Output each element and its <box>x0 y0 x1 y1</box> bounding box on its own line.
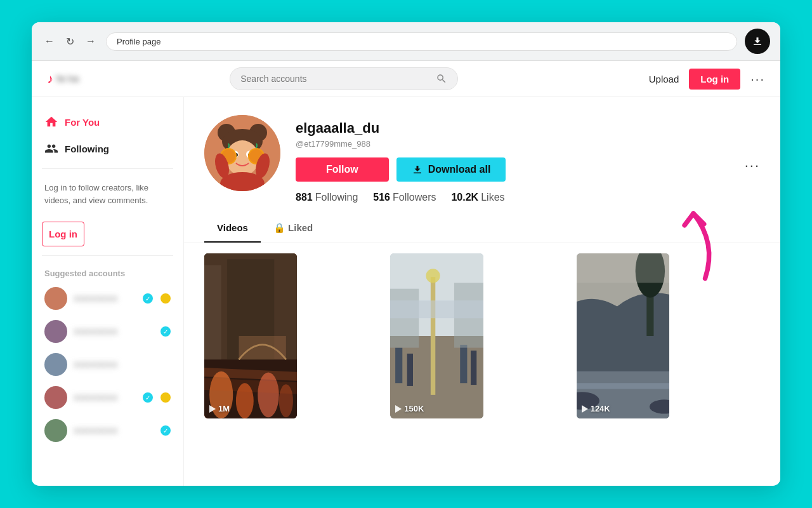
badge-5: ✓ <box>160 425 171 436</box>
download-all-label: Download all <box>428 164 491 175</box>
logo-mark: ♪ <box>47 72 53 86</box>
header-more-button[interactable]: ··· <box>750 72 765 86</box>
search-input[interactable] <box>240 74 431 84</box>
svg-rect-30 <box>431 277 435 395</box>
profile-username: elgaaalla_du <box>296 120 760 137</box>
gold-badge-1 <box>160 293 171 304</box>
suggested-account-3[interactable]: XXXXXXXX <box>32 348 183 381</box>
svg-rect-35 <box>471 351 476 385</box>
play-icon-1 <box>209 405 216 413</box>
video-scene-2 <box>390 253 483 418</box>
browser-nav-buttons: ← ↻ → <box>42 33 98 50</box>
tab-liked[interactable]: 🔒 Liked <box>261 215 325 243</box>
profile-section: elgaaalla_du @et17799mme_988 Follow Down… <box>184 97 780 243</box>
play-icon-3 <box>582 405 588 413</box>
address-bar[interactable]: Profile page <box>106 32 737 51</box>
profile-info: elgaaalla_du @et17799mme_988 Follow Down… <box>296 115 760 215</box>
video-card-1[interactable]: 1M <box>204 253 297 418</box>
suggested-account-5[interactable]: XXXXXXXX ✓ <box>32 414 183 447</box>
gold-badge-4 <box>160 392 171 403</box>
play-icon-2 <box>395 405 402 413</box>
avatar-1 <box>44 287 67 310</box>
followers-stat: 516 Followers <box>373 192 436 203</box>
suggested-account-1[interactable]: XXXXXXXX ✓ <box>32 282 183 315</box>
sidebar-item-for-you[interactable]: For You <box>32 109 183 135</box>
avatar-4 <box>44 386 67 409</box>
svg-rect-34 <box>461 345 468 383</box>
suggested-account-4[interactable]: XXXXXXXX ✓ <box>32 381 183 414</box>
followers-label: Followers <box>393 192 436 203</box>
suggested-section-title: Suggested accounts <box>32 262 183 282</box>
badge-1: ✓ <box>143 293 153 304</box>
video-views-2: 150K <box>404 404 424 413</box>
svg-rect-18 <box>204 265 221 360</box>
video-views-1: 1M <box>218 404 230 413</box>
likes-label: Likes <box>481 192 504 203</box>
video-scene-3 <box>577 253 669 418</box>
download-icon <box>752 36 763 47</box>
app-header: ♪ Tik Tok Upload Log in ··· <box>32 61 780 97</box>
video-card-2[interactable]: 150K <box>390 253 483 418</box>
badge-2: ✓ <box>160 326 171 337</box>
search-bar[interactable] <box>230 67 458 90</box>
main-layout: For You Following Log in to follow creat… <box>32 97 780 486</box>
login-button[interactable]: Log in <box>689 69 740 90</box>
tiktok-logo: ♪ Tik Tok <box>47 72 129 86</box>
profile-more-button[interactable]: ··· <box>745 157 760 174</box>
upload-button[interactable]: Upload <box>649 74 679 84</box>
avatar-3 <box>44 353 67 376</box>
header-actions: Upload Log in ··· <box>649 69 765 90</box>
videos-grid: 1M <box>184 243 780 429</box>
video-views-3: 124K <box>591 404 610 413</box>
video-thumbnail-3 <box>577 253 669 418</box>
sidebar-item-following[interactable]: Following <box>32 135 183 162</box>
sidebar-login-prompt: Log in to follow creators, like videos, … <box>32 175 183 213</box>
tab-videos[interactable]: Videos <box>204 215 261 243</box>
video-overlay-1: 1M <box>209 404 230 413</box>
followers-count: 516 <box>373 192 390 203</box>
avatar-2 <box>44 320 67 343</box>
likes-count: 10.2K <box>451 192 478 203</box>
sidebar-divider-2 <box>42 255 173 256</box>
svg-rect-33 <box>407 354 413 386</box>
sidebar-login-button[interactable]: Log in <box>42 222 84 246</box>
follow-button[interactable]: Follow <box>296 157 389 182</box>
svg-line-25 <box>204 371 297 377</box>
following-stat: 881 Following <box>296 192 358 203</box>
suggested-account-2[interactable]: XXXXXXXX ✓ <box>32 315 183 348</box>
browser-download-button[interactable] <box>745 29 770 54</box>
video-card-3[interactable]: 124K <box>577 253 669 418</box>
profile-handle: @et17799mme_988 <box>296 139 760 149</box>
profile-stats: 881 Following 516 Followers 10.2K Likes <box>296 192 760 203</box>
video-overlay-3: 124K <box>582 404 610 413</box>
sidebar: For You Following Log in to follow creat… <box>32 97 184 486</box>
home-icon <box>44 115 58 129</box>
refresh-button[interactable]: ↻ <box>63 33 77 50</box>
following-count: 881 <box>296 192 313 203</box>
sidebar-divider <box>42 168 173 169</box>
profile-actions: Follow Download all ··· <box>296 157 760 182</box>
video-thumbnail-1 <box>204 253 297 418</box>
suggested-name-1: XXXXXXXX <box>74 294 134 304</box>
tab-liked-label: 🔒 Liked <box>273 222 313 233</box>
suggested-name-5: XXXXXXXX <box>74 426 152 436</box>
sidebar-for-you-label: For You <box>65 117 100 128</box>
avatar-5 <box>44 419 67 442</box>
back-button[interactable]: ← <box>42 33 57 50</box>
address-text: Profile page <box>117 37 160 46</box>
likes-stat: 10.2K Likes <box>451 192 504 203</box>
svg-rect-38 <box>390 300 483 318</box>
svg-point-31 <box>426 269 440 283</box>
suggested-name-3: XXXXXXXX <box>74 360 171 370</box>
svg-rect-44 <box>577 383 669 389</box>
video-thumbnail-2 <box>390 253 483 418</box>
forward-button[interactable]: → <box>83 33 98 50</box>
svg-line-26 <box>204 383 297 389</box>
download-all-button[interactable]: Download all <box>396 157 506 182</box>
following-label: Following <box>315 192 358 203</box>
profile-top: elgaaalla_du @et17799mme_988 Follow Down… <box>204 115 760 215</box>
profile-avatar <box>204 115 280 191</box>
logo-text: Tik Tok <box>55 74 79 84</box>
suggested-name-4: XXXXXXXX <box>74 393 134 403</box>
tab-videos-label: Videos <box>217 222 248 233</box>
